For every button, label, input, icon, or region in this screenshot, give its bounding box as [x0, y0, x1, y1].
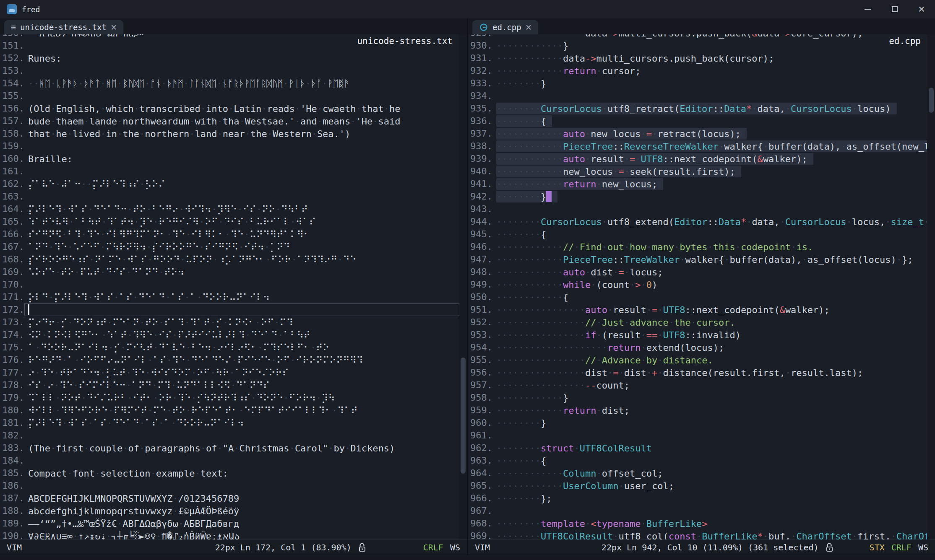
code-line[interactable]: 957.················--count; [468, 379, 927, 391]
code-line[interactable]: 156.(Old·English,·which·transcribed·into… [0, 102, 459, 115]
code-line[interactable]: 935.········CursorLocus·utf8_retract(Edi… [468, 102, 927, 115]
line-ending-indicator[interactable]: CRLF [891, 542, 912, 552]
code-line[interactable]: 934. [468, 90, 927, 102]
code-line[interactable]: 167.⠁⠝⠙·⠹⠑·⠡⠊⠑⠋·⠍⠳⠗⠝⠻⠲·⡎⠊⠗⠕⠕⠛⠑·⠎⠊⠛⠝⠫·⠊⠞⠲… [0, 241, 459, 253]
code-line[interactable]: 157.bude·thaem·lande·northweardum·with·t… [0, 115, 459, 127]
tab-unicode-stress-txt[interactable]: ≡ unicode-stress.txt × [4, 20, 123, 34]
code-line[interactable]: 946.············//·Find·out·how·many·byt… [468, 241, 927, 253]
right-editor-area[interactable]: 929.················data->multi_cursors.… [468, 34, 935, 539]
unlock-icon[interactable] [358, 542, 366, 552]
code-line[interactable]: 172. [0, 303, 459, 316]
code-line[interactable]: 929.················data->multi_cursors.… [468, 34, 927, 39]
code-line[interactable]: 941.············return·new_locus; [468, 178, 927, 190]
whitespace-indicator[interactable]: WS [918, 542, 928, 552]
tab-ed-cpp[interactable]: ed.cpp × [472, 20, 538, 34]
code-line[interactable]: 964.············Column·offset_col; [468, 467, 927, 480]
code-line[interactable]: 962.········struct·UTF8ColResult [468, 442, 927, 454]
code-line[interactable]: 953.················if·(result·==·UTF8::… [468, 329, 927, 341]
code-line[interactable]: 152.Runes: [0, 52, 459, 65]
code-line[interactable]: 944.········CursorLocus·utf8_extend(Edit… [468, 215, 927, 228]
code-line[interactable]: 170. [0, 278, 459, 291]
close-button[interactable]: × [908, 0, 935, 18]
code-line[interactable]: 175.⠁·⠙⠕⠕⠗⠤⠝⠁⠊⠇⠲·⡊·⠍⠊⠣⠞·⠙⠁⠧⠑·⠃⠑⠲·⠔⠊⠇⠔⠫⠂·… [0, 341, 459, 354]
code-line[interactable]: 160.Braille: [0, 153, 459, 165]
code-line[interactable]: 177.⠔·⠹⠑·⠞⠗⠁⠙⠑⠲·⡃⠥⠞·⠹⠑·⠺⠊⠎⠙⠕⠍·⠕⠋·⠳⠗·⠁⠝⠊⠑… [0, 366, 459, 379]
right-scrollbar-thumb[interactable] [929, 88, 934, 113]
code-line[interactable]: 181.⡍⠜⠇⠑⠹·⠺⠁⠎·⠁⠎·⠙⠑⠁⠙·⠁⠎·⠁·⠙⠕⠕⠗⠤⠝⠁⠊⠇⠲ [0, 417, 459, 429]
code-line[interactable]: 184. [0, 454, 459, 467]
code-line[interactable]: 943. [468, 203, 927, 215]
code-line[interactable]: 969.········UTF8ColResult·utf8_col(const… [468, 530, 927, 539]
tab-close-icon[interactable]: × [111, 22, 117, 32]
code-line[interactable]: 173.⡍⠔⠙⠖·⡊·⠙⠕⠝⠰⠞·⠍⠑⠁⠝·⠞⠕·⠎⠁⠹·⠹⠁⠞·⡊·⠅⠝⠪⠂·… [0, 316, 459, 329]
stx-mode-indicator[interactable]: STX [870, 542, 885, 552]
code-line[interactable]: 161. [0, 165, 459, 178]
code-line[interactable]: 187.ABCDEFGHIJKLMNOPQRSTUVWXYZ·/01234567… [0, 492, 459, 505]
code-line[interactable]: 171.⡕⠇⠙·⡍⠜⠇⠑⠹·⠺⠁⠎·⠁⠎·⠙⠑⠁⠙·⠁⠎·⠁·⠙⠕⠕⠗⠤⠝⠁⠊⠇… [0, 291, 459, 303]
tab-close-icon[interactable]: × [526, 22, 531, 32]
code-line[interactable]: 947.············PieceTree::TreeWalker·wa… [468, 253, 927, 266]
code-line[interactable]: 936.········{ [468, 115, 927, 127]
code-line[interactable]: 960.········} [468, 417, 927, 429]
left-scrollbar[interactable] [459, 34, 467, 539]
code-line[interactable]: 958.············} [468, 391, 927, 404]
code-line[interactable]: 155. [0, 90, 459, 102]
maximize-button[interactable] [881, 0, 908, 18]
code-line[interactable]: 938.············PieceTree::ReverseTreeWa… [468, 140, 927, 153]
code-line[interactable]: 959.············return·dist; [468, 404, 927, 417]
code-line[interactable]: 951.················auto·result·=·UTF8::… [468, 303, 927, 316]
code-line[interactable]: 158.that·he·lived·in·the·northern·land·n… [0, 127, 459, 140]
code-line[interactable]: 952.················//·Just·advance·the·… [468, 316, 927, 329]
code-line[interactable]: 164.⡍⠜⠇⠑⠹·⠺⠁⠎·⠙⠑⠁⠙⠒·⠞⠕·⠃⠑⠛⠔·⠺⠊⠹⠲·⡹⠻⠑·⠊⠎·… [0, 203, 459, 215]
code-line[interactable]: 174.⠪⠝·⠅⠝⠪⠇⠫⠛⠑⠂·⠱⠁⠞·⠹⠻⠑·⠊⠎·⠏⠜⠞⠊⠊⠥⠇⠜⠇⠹·⠙⠑… [0, 329, 459, 341]
code-line[interactable]: 183.(The·first·couple·of·paragraphs·of·"… [0, 442, 459, 454]
code-line[interactable]: 939.············auto·result·=·UTF8::next… [468, 153, 927, 165]
code-line[interactable]: 188.abcdefghijklmnopqrstuvwxyz·£©µÀÆÖÞßé… [0, 505, 459, 517]
code-line[interactable]: 169.⠡⠕⠎⠑·⠞⠕·⠏⠥⠞·⠙⠊⠎·⠙⠁⠝⠙·⠞⠕⠲ [0, 266, 459, 278]
left-editor-area[interactable]: 150.··እግርህን·በፍራሽህ·ልክ·ዘርጋ።151.152.Runes:1… [0, 34, 467, 539]
code-line[interactable]: 942.········} [468, 190, 927, 203]
code-line[interactable]: 168.⡎⠊⠗⠕⠕⠛⠑⠰⠎·⠝⠁⠍⠑·⠺⠁⠎·⠛⠕⠕⠙·⠥⠏⠕⠝·⠰⡡⠁⠝⠛⠑⠂… [0, 253, 459, 266]
code-line[interactable]: 189.–—‘“”„†•…‰™œŠŸž€·ΑΒΓΔΩαβγδω·АБВГДабв… [0, 517, 459, 530]
code-line[interactable]: 930.············} [468, 39, 927, 52]
code-line[interactable]: 968.········template·<typename·BufferLik… [468, 517, 927, 530]
code-line[interactable]: 186. [0, 480, 459, 492]
code-line[interactable]: 948.············auto·dist·=·locus; [468, 266, 927, 278]
code-line[interactable]: 179.⠩⠁⠇⠇·⠝⠕⠞·⠙⠊⠌⠥⠗⠃·⠊⠞⠂·⠕⠗·⠹⠑·⡊⠳⠝⠞⠗⠹⠰⠎·⠙… [0, 391, 459, 404]
code-line[interactable]: 945.········{ [468, 228, 927, 241]
code-line[interactable]: 955.················//·Advance·by·distan… [468, 354, 927, 366]
code-line[interactable]: 178.⠊⠎·⠔·⠹⠑·⠎⠊⠍⠊⠇⠑⠒·⠁⠝⠙·⠍⠹·⠥⠝⠙⠁⠇⠇⠪⠫·⠙⠁⠝⠙… [0, 379, 459, 391]
code-line[interactable]: 154.··ᚻᛖ·ᚳᚹᚫᚦ·ᚦᚫᛏ·ᚻᛖ·ᛒᚢᛞᛖ·ᚩᚾ·ᚦᚫᛗ·ᛚᚪᚾᛞᛖ·ᚾ… [0, 77, 459, 90]
code-line[interactable]: 166.⠎⠊⠛⠝⠫·⠃⠹·⠹⠑·⠊⠇⠻⠛⠹⠍⠁⠝⠂·⠹⠑·⠊⠇⠻⠅⠂·⠹⠑·⠥⠝… [0, 228, 459, 241]
code-line[interactable]: 162.⡌⠁⠧⠑·⠼⠁⠒··⡍⠜⠇⠑⠹⠰⠎·⡣⠕⠌ [0, 178, 459, 190]
code-line[interactable]: 932.············return·cursor; [468, 65, 927, 77]
code-line[interactable]: 159. [0, 140, 459, 153]
code-line[interactable]: 966.········}; [468, 492, 927, 505]
code-line[interactable]: 190.∀∂∈ℝ∧∪≡∞·↑↗↨↻⇣·┐┼╔╘░►☺♀·ﬁ�⑀₂ἠḂӥẄɐː⍎א… [0, 530, 459, 539]
unlock-icon[interactable] [826, 542, 833, 552]
code-line[interactable]: 163. [0, 190, 459, 203]
code-line[interactable]: 940.············new_locus·=·seek(result.… [468, 165, 927, 178]
code-line[interactable]: 965.············UserColumn·user_col; [468, 480, 927, 492]
code-line[interactable]: 176.⠗⠑⠛⠜⠙·⠁·⠊⠕⠋⠋⠔⠤⠝⠁⠊⠇·⠁⠎·⠹⠑·⠙⠑⠁⠙⠑⠌·⠏⠊⠑⠊… [0, 354, 459, 366]
code-line[interactable]: 165.⠱⠁⠞⠑⠧⠻·⠁⠃⠳⠞·⠹⠁⠞⠲·⡹⠑·⠗⠑⠛⠊⠌⠻·⠕⠋·⠙⠊⠎·⠃⠥… [0, 215, 459, 228]
minimize-button[interactable] [854, 0, 881, 18]
code-line[interactable]: 956.················dist·=·dist·+·distan… [468, 366, 927, 379]
code-line[interactable]: 180.⠺⠊⠇⠇·⠹⠻⠑⠋⠕⠗⠑·⠏⠻⠍⠊⠞·⠍⠑·⠞⠕·⠗⠑⠏⠑⠁⠞⠂·⠑⠍⠏… [0, 404, 459, 417]
code-line[interactable]: 961. [468, 429, 927, 442]
code-line[interactable]: 931.············data->multi_cursors.push… [468, 52, 927, 65]
code-line[interactable]: 949.············while·(count·>·0) [468, 278, 927, 291]
code-line[interactable]: 153. [0, 65, 459, 77]
code-line[interactable]: 967. [468, 505, 927, 517]
line-ending-indicator[interactable]: CRLF [423, 542, 443, 552]
code-line[interactable]: 954.····················return·extend(lo… [468, 341, 927, 354]
code-line[interactable]: 185.Compact·font·selection·example·text: [0, 467, 459, 480]
code-line[interactable]: 963.········{ [468, 454, 927, 467]
code-line[interactable]: 950.············{ [468, 291, 927, 303]
code-line[interactable]: 937.············auto·new_locus·=·retract… [468, 127, 927, 140]
whitespace-indicator[interactable]: WS [450, 542, 460, 552]
code-line[interactable]: 933.········} [468, 77, 927, 90]
code-line[interactable]: 182. [0, 429, 459, 442]
left-scrollbar-thumb[interactable] [461, 358, 466, 474]
right-scrollbar[interactable] [927, 34, 935, 539]
